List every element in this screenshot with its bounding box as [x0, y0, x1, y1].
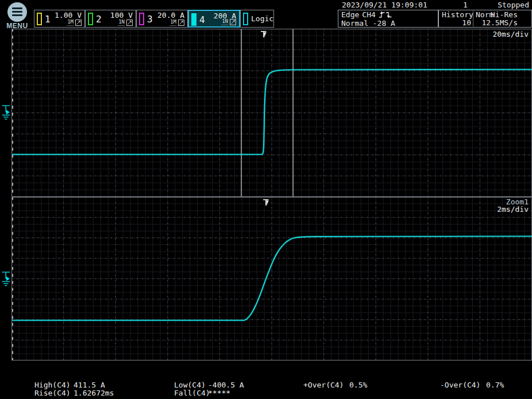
- meas-low-label: Low(C4): [174, 381, 208, 389]
- hamburger-icon: [7, 2, 27, 22]
- trigger-settings-box[interactable]: EdgeCH4 Normal -28 A: [338, 10, 438, 28]
- channel-1-color-bar: [37, 13, 42, 25]
- meas-fall-value: *****: [208, 389, 230, 397]
- meas-pover-label: +Over(C4): [303, 381, 349, 389]
- channel-4-badge[interactable]: 4 200 A 1N: [188, 10, 240, 28]
- channel-2-color-bar: [88, 13, 93, 25]
- channel-2-badge[interactable]: 2 100 V 1N: [85, 10, 136, 28]
- meas-low-value: -400.5 A: [208, 381, 244, 389]
- channel-4-number: 4: [199, 14, 205, 25]
- divider: [473, 11, 473, 26]
- history-label: History: [442, 10, 473, 19]
- meas-rise-value: 1.62672ms: [74, 389, 114, 397]
- logic-color-bar: [243, 13, 248, 25]
- channel-3-badge[interactable]: 3 20.0 A 1M: [136, 10, 188, 28]
- channel-1-number: 1: [45, 14, 51, 25]
- coupling-label: 1M: [169, 20, 177, 26]
- logic-label: Logic: [251, 14, 273, 23]
- ch4-ground-level-icon[interactable]: [1, 105, 11, 123]
- trigger-mode-level: Normal -28 A: [341, 19, 435, 28]
- trigger-source: CH4: [362, 10, 375, 19]
- main-waveform-display: [11, 29, 532, 197]
- meas-fall-label: Fall(C4): [174, 389, 208, 397]
- run-status: Stopped: [498, 1, 529, 9]
- meas-high-label: High(C4): [34, 381, 74, 389]
- menu-button[interactable]: MENU: [2, 1, 32, 29]
- meas-rise-label: Rise(C4): [34, 389, 74, 397]
- trigger-position-icon[interactable]: [261, 30, 267, 41]
- channel-4-color-bar: [191, 13, 196, 26]
- channel-2-number: 2: [96, 14, 102, 25]
- zoom1-waveform-display: [11, 197, 532, 361]
- meas-nover-value: 0.7%: [486, 381, 504, 389]
- acquisition-count: 1: [463, 1, 468, 9]
- zoom1-timebase-label: 2ms/div: [497, 205, 529, 214]
- ch4-ground-level-icon[interactable]: [1, 272, 11, 289]
- meas-nover-label: -Over(C4): [440, 381, 486, 389]
- meas-high-value: 411.5 A: [74, 381, 105, 389]
- channel-3-color-bar: [139, 13, 144, 25]
- probe-icon: [126, 20, 133, 26]
- resolution-mode: Hi-Res: [491, 10, 518, 19]
- channel-1-scale: 1.00 V: [55, 11, 82, 20]
- history-value: 10: [447, 18, 471, 27]
- datetime: 2023/09/21 19:09:01: [342, 1, 427, 9]
- probe-icon: [75, 20, 82, 26]
- main-timebase-label: 20ms/div: [492, 30, 529, 38]
- trigger-type: Edge: [341, 10, 359, 19]
- sample-rate: 12.5MS/s: [481, 18, 518, 27]
- probe-icon: [230, 19, 236, 25]
- coupling-label: 1N: [221, 19, 229, 25]
- oscilloscope-screen: 2023/09/21 19:09:01 1 Stopped MENU 1 1.0…: [0, 0, 532, 399]
- coupling-label: 1N: [118, 20, 125, 26]
- falling-edge-icon: [385, 11, 392, 18]
- logic-badge[interactable]: Logic: [240, 10, 274, 28]
- channel-3-number: 3: [147, 14, 153, 25]
- meas-pover-value: 0.5%: [349, 381, 367, 389]
- channel-2-scale: 100 V: [110, 11, 133, 20]
- channel-3-scale: 20.0 A: [157, 11, 184, 20]
- acquisition-box[interactable]: History 10 Norm Hi-Res 12.5MS/s: [438, 10, 532, 28]
- channel-1-badge[interactable]: 1 1.00 V 1M: [34, 10, 85, 28]
- coupling-label: 1M: [67, 20, 74, 26]
- rising-edge-icon: [379, 11, 385, 18]
- zoom-trigger-position-icon[interactable]: [263, 198, 269, 209]
- probe-icon: [178, 20, 184, 26]
